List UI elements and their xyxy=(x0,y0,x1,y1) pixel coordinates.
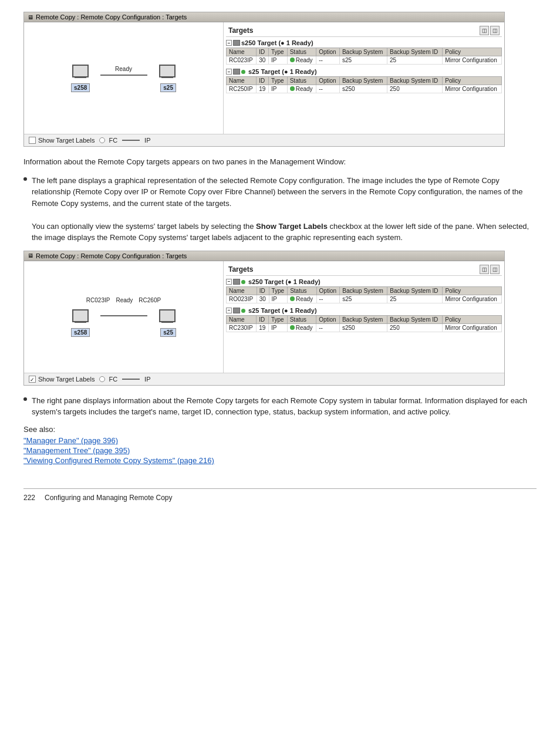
see-also-link-2[interactable]: "Management Tree" (page 395) xyxy=(23,446,537,455)
panel1-tree-item2[interactable]: − s25 Target (● 1 Ready) xyxy=(226,68,502,75)
panel1-tree-item1[interactable]: − s250 Target (● 1 Ready) xyxy=(226,39,502,46)
see-also-link-1[interactable]: "Manager Pane" (page 396) xyxy=(23,436,537,445)
p2-col-type-1: Type xyxy=(269,286,288,295)
col-id-1: ID xyxy=(257,48,269,56)
panel1-checkbox[interactable] xyxy=(29,137,36,144)
table-row: RC250IP 19 IP Ready -- s250 250 Mirror C… xyxy=(227,85,502,93)
col-option-2: Option xyxy=(316,77,340,85)
panel1-radio-group: FC IP xyxy=(99,137,150,144)
panel2-graph-row-top: RC023IP Ready RC260P xyxy=(86,297,161,303)
cell-type: IP xyxy=(269,295,288,303)
panel2: 🖥 Remote Copy : Remote Copy Configuratio… xyxy=(23,251,505,386)
panel2-targets-title: Targets xyxy=(228,265,253,274)
cell-backup-sys-id: 250 xyxy=(387,323,443,332)
panel1-footer: Show Target Labels FC IP xyxy=(24,134,504,146)
panel1-server1 xyxy=(72,65,89,77)
panel2-show-target-labels-label[interactable]: Show Target Labels xyxy=(29,376,95,383)
panel1-toggle1[interactable]: − xyxy=(226,40,232,46)
panel2-connection-line xyxy=(100,315,147,316)
panel2-labels-row: s258 s25 xyxy=(71,328,176,337)
panel2-toggle2[interactable]: − xyxy=(226,308,232,313)
panel1: 🖥 Remote Copy : Remote Copy Configuratio… xyxy=(23,12,505,147)
server4-icon xyxy=(159,309,176,322)
cell-backup-sys: s25 xyxy=(340,295,387,303)
panel1-ready-label: Ready xyxy=(115,66,132,72)
status-dot-2 xyxy=(241,70,245,74)
panel1-show-target-labels-label[interactable]: Show Target Labels xyxy=(29,137,95,144)
p2-col-status-2: Status xyxy=(287,315,316,323)
cell-id: 19 xyxy=(257,323,269,332)
panel2-server1-label: s258 xyxy=(71,328,90,337)
panel1-radio-line xyxy=(122,140,140,141)
panel1-table2: Name ID Type Status Option Backup System… xyxy=(226,76,502,93)
p2-col-backup-sys-id-2: Backup System ID xyxy=(387,315,443,323)
targets-icon-btn-4[interactable]: ◫ xyxy=(490,265,500,274)
col-name-2: Name xyxy=(227,77,257,85)
panel2-checkbox[interactable] xyxy=(29,376,36,383)
targets-icon-btn-3[interactable]: ◫ xyxy=(480,265,489,274)
col-option-1: Option xyxy=(316,48,340,56)
panel1-table1: Name ID Type Status Option Backup System… xyxy=(226,48,502,65)
panel2-server2 xyxy=(159,309,176,322)
panel1-targets-icons[interactable]: ◫ ◫ xyxy=(480,26,500,35)
panel1-server2-label: s25 xyxy=(160,83,176,92)
p2-col-option-1: Option xyxy=(316,286,340,295)
cell-backup-sys-id: 250 xyxy=(387,85,443,93)
panel2-tree-item1[interactable]: − s250 Target (● 1 Ready) xyxy=(226,278,502,285)
p2-col-backup-sys-2: Backup System xyxy=(339,315,387,323)
panel1-toggle2[interactable]: − xyxy=(226,69,232,75)
panel1-radio-ip-label: IP xyxy=(144,137,150,144)
col-backup-sys-2: Backup System xyxy=(339,77,387,85)
panel1-tree1-label: s250 Target (● 1 Ready) xyxy=(241,39,313,46)
table-row: RC023IP 30 IP Ready -- s25 25 Mirror Con… xyxy=(227,56,502,65)
cell-name: RC250IP xyxy=(227,85,257,93)
status-dot xyxy=(290,325,295,330)
panel1-titlebar: 🖥 Remote Copy : Remote Copy Configuratio… xyxy=(24,12,504,22)
p2-col-option-2: Option xyxy=(316,315,340,323)
cell-backup-sys: s25 xyxy=(339,56,387,65)
targets-icon-btn-1[interactable]: ◫ xyxy=(480,26,489,35)
panel2-targets-icons[interactable]: ◫ ◫ xyxy=(480,265,500,274)
cell-status: Ready xyxy=(287,56,316,65)
panel1-server1-label: s258 xyxy=(71,83,90,92)
bold-show-target-labels: Show Target Labels xyxy=(256,222,328,231)
cell-type: IP xyxy=(269,56,288,65)
panel1-radio-fc[interactable] xyxy=(99,137,105,143)
cell-name: RC230IP xyxy=(227,323,257,332)
bullet-1-content: The left pane displays a graphical repre… xyxy=(32,175,537,244)
panel2-tree2-label: s25 Target (● 1 Ready) xyxy=(241,307,317,314)
panel2-tree-item2[interactable]: − s25 Target (● 1 Ready) xyxy=(226,307,502,314)
cell-backup-sys: s250 xyxy=(339,323,387,332)
col-type-2: Type xyxy=(269,77,288,85)
panel1-tree2-label: s25 Target (● 1 Ready) xyxy=(241,68,317,75)
cell-backup-sys: s250 xyxy=(339,85,387,93)
bullet-item-2: The right pane displays information abou… xyxy=(23,395,537,418)
panel2-tree1-label: s250 Target (● 1 Ready) xyxy=(241,278,321,285)
bullet-dot-1 xyxy=(23,177,27,181)
cell-option: -- xyxy=(316,323,340,332)
cell-option: -- xyxy=(316,295,340,303)
bullet-2-text: The right pane displays information abou… xyxy=(32,395,537,418)
cell-status: Ready xyxy=(287,85,316,93)
panel1-targets-title: Targets xyxy=(228,26,253,35)
status-dot-p2-2 xyxy=(241,309,245,313)
panel1-radio-fc-label: FC xyxy=(109,137,117,144)
panel2-titlebar: 🖥 Remote Copy : Remote Copy Configuratio… xyxy=(24,251,504,261)
targets-icon-btn-2[interactable]: ◫ xyxy=(490,26,500,35)
cell-option: -- xyxy=(316,85,340,93)
panel2-radio-fc[interactable] xyxy=(99,376,105,382)
panel2-checkbox-label: Show Target Labels xyxy=(38,376,95,383)
cell-option: -- xyxy=(316,56,340,65)
see-also-link-3[interactable]: "Viewing Configured Remote Copy Systems"… xyxy=(23,456,537,465)
cell-type: IP xyxy=(269,323,288,332)
panel2-toggle1[interactable]: − xyxy=(226,279,232,285)
cell-policy: Mirror Configuration xyxy=(443,85,502,93)
status-dot-p2-1 xyxy=(241,280,245,284)
panel1-graph-area: Ready s258 s25 xyxy=(29,27,218,129)
panel1-targets-header: Targets ◫ ◫ xyxy=(226,25,502,37)
panel1-right-pane: Targets ◫ ◫ − s250 Target (● 1 Ready) Na… xyxy=(224,22,504,134)
status-dot xyxy=(290,58,295,62)
p2-col-status-1: Status xyxy=(288,286,316,295)
p2-col-backup-sys-1: Backup System xyxy=(340,286,387,295)
cell-id: 30 xyxy=(257,56,269,65)
